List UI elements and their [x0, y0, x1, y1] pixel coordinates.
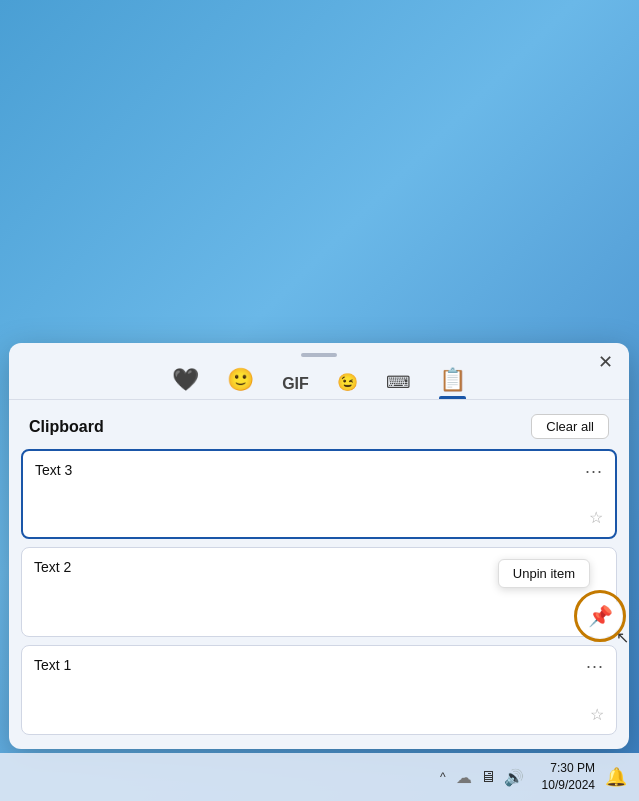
pin-filled-icon: 📌: [588, 604, 613, 628]
taskbar-time: 7:30 PM 10/9/2024: [542, 760, 595, 794]
gif-icon: GIF: [282, 375, 309, 393]
emoji-icon: 🙂: [227, 367, 254, 393]
tab-clipboard[interactable]: 📋: [439, 367, 466, 399]
unpin-tooltip: Unpin item: [498, 559, 590, 588]
taskbar-cloud-icon[interactable]: ☁: [456, 768, 472, 787]
tab-emoji[interactable]: 🙂: [227, 367, 254, 399]
clipboard-icon: 📋: [439, 367, 466, 393]
kaomoji-icon: 😉: [337, 372, 358, 393]
tab-favorites[interactable]: 🖤: [172, 367, 199, 399]
favorites-icon: 🖤: [172, 367, 199, 393]
taskbar-monitor-icon[interactable]: 🖥: [480, 768, 496, 786]
drag-handle[interactable]: [9, 343, 629, 363]
taskbar-chevron[interactable]: ^: [440, 770, 446, 784]
symbols-icon: ⌨: [386, 372, 411, 393]
taskbar-bell-icon[interactable]: 🔔: [605, 766, 627, 788]
clear-all-button[interactable]: Clear all: [531, 414, 609, 439]
cursor-icon: ↖: [616, 628, 629, 647]
taskbar-date: 10/9/2024: [542, 777, 595, 794]
clipboard-item-3-pin[interactable]: ☆: [589, 508, 603, 527]
clipboard-panel: ✕ 🖤 🙂 GIF 😉 ⌨ 📋 Clipboard Clear all Text…: [9, 343, 629, 749]
tab-gif[interactable]: GIF: [282, 375, 309, 399]
clipboard-item-2-text: Text 2: [34, 559, 71, 575]
clipboard-item-1[interactable]: Text 1 ··· ☆: [21, 645, 617, 735]
taskbar: ^ ☁ 🖥 🔊 7:30 PM 10/9/2024 🔔: [0, 753, 639, 801]
clipboard-item-1-menu[interactable]: ···: [586, 656, 604, 677]
taskbar-clock: 7:30 PM: [542, 760, 595, 777]
clipboard-item-1-text: Text 1: [34, 657, 71, 673]
tab-kaomoji[interactable]: 😉: [337, 372, 358, 399]
clipboard-items: Text 3 ··· ☆ Text 2 Unpin item 📌 ↖ Text …: [9, 449, 629, 749]
close-button[interactable]: ✕: [594, 351, 617, 373]
clipboard-item-1-pin[interactable]: ☆: [590, 705, 604, 724]
clipboard-item-2[interactable]: Text 2 Unpin item 📌 ↖: [21, 547, 617, 637]
clipboard-header: Clipboard Clear all: [9, 400, 629, 449]
clipboard-title: Clipboard: [29, 418, 104, 436]
clipboard-item-3[interactable]: Text 3 ··· ☆: [21, 449, 617, 539]
taskbar-system-icons: ☁ 🖥 🔊: [456, 768, 524, 787]
unpin-overlay: Unpin item 📌 ↖: [574, 590, 626, 642]
clipboard-item-3-text: Text 3: [35, 462, 72, 478]
clipboard-item-3-menu[interactable]: ···: [585, 461, 603, 482]
unpin-button-circle[interactable]: 📌 ↖: [574, 590, 626, 642]
tab-symbols[interactable]: ⌨: [386, 372, 411, 399]
taskbar-volume-icon[interactable]: 🔊: [504, 768, 524, 787]
drag-bar: [301, 353, 337, 357]
tab-bar: 🖤 🙂 GIF 😉 ⌨ 📋: [9, 363, 629, 400]
